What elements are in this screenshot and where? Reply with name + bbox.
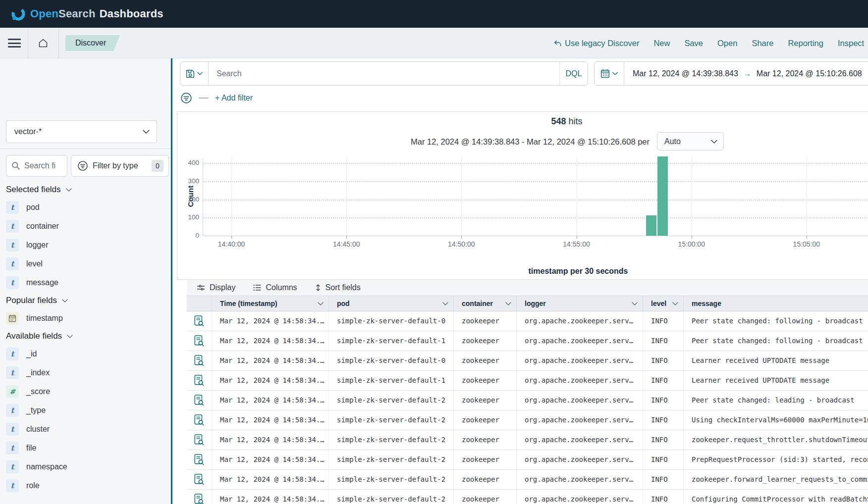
field-item-level[interactable]: tlevel (0, 254, 171, 273)
header-cell-message[interactable]: message (684, 296, 868, 311)
header-cell-time-timestamp[interactable]: Time (timestamp) (212, 296, 329, 311)
index-pattern-select[interactable]: vector-* (6, 120, 157, 143)
date-to[interactable]: Mar 12, 2024 @ 15:10:26.608 (757, 69, 862, 78)
field-item-namespace[interactable]: tnamespace (0, 457, 171, 476)
field-item-cluster[interactable]: tcluster (0, 420, 171, 439)
expand-row-button[interactable] (194, 414, 204, 426)
nav-link-reporting[interactable]: Reporting (788, 39, 823, 48)
cell-message: zookeeper.forward_learner_requests_to_co… (684, 470, 868, 489)
menu-icon[interactable] (8, 39, 21, 48)
histogram-bar[interactable] (657, 156, 668, 236)
home-icon[interactable] (37, 37, 50, 50)
column-label: pod (337, 300, 350, 307)
cell-message: Peer state changed: following - broadcas… (684, 331, 868, 351)
expand-row-button[interactable] (194, 454, 204, 466)
inspect-document-icon (194, 395, 204, 406)
cell-message: Learner received UPTODATE message (684, 351, 868, 370)
expand-row-button[interactable] (194, 375, 204, 387)
expand-cell (187, 470, 212, 489)
sliders-icon (197, 284, 205, 292)
cell-time: Mar 12, 2024 @ 14:58:34.… (212, 391, 329, 410)
field-item-score[interactable]: #_score (0, 382, 171, 401)
field-item-type[interactable]: t_type (0, 401, 171, 420)
cell-level: INFO (643, 331, 684, 351)
field-search-input[interactable] (24, 161, 67, 170)
x-tick-mark (461, 236, 462, 239)
divider (199, 98, 209, 99)
field-name: _score (26, 387, 50, 396)
date-range[interactable]: Mar 12, 2024 @ 14:39:38.843 → Mar 12, 20… (624, 62, 868, 85)
cell-pod: simple-zk-server-default-2 (329, 430, 454, 450)
field-item-id[interactable]: t_id (0, 345, 171, 363)
x-axis-line (203, 236, 868, 236)
nav-link-open[interactable]: Open (717, 39, 737, 48)
chevron-down-icon (197, 72, 203, 75)
chevron-down-icon (632, 302, 638, 305)
cell-container: zookeeper (454, 311, 517, 331)
field-item-file[interactable]: tfile (0, 439, 171, 457)
cell-container: zookeeper (454, 430, 517, 450)
field-type-string-badge: t (6, 276, 19, 289)
breadcrumb-discover[interactable]: Discover (65, 35, 120, 51)
field-item-logger[interactable]: tlogger (0, 236, 171, 254)
x-tick-mark (577, 236, 577, 239)
inspect-document-icon (194, 474, 204, 486)
divider (28, 28, 28, 58)
header-cell-container[interactable]: container (454, 296, 517, 311)
expand-row-button[interactable] (194, 494, 204, 504)
field-item-message[interactable]: tmessage (0, 273, 171, 292)
inspect-document-icon (194, 315, 204, 327)
search-input[interactable] (209, 62, 559, 85)
histogram-bar[interactable] (646, 215, 656, 236)
toolbar-columns-button[interactable]: Columns (253, 283, 297, 292)
app-title: OpenSearchDashboards (30, 7, 163, 20)
documents-table: Time (timestamp)podcontainerloggerlevelm… (187, 296, 868, 504)
field-item-container[interactable]: tcontainer (0, 217, 171, 236)
field-item-pod[interactable]: tpod (0, 198, 171, 217)
x-tick-label: 15:05:00 (784, 240, 829, 248)
expand-row-button[interactable] (194, 335, 204, 347)
table-row: Mar 12, 2024 @ 14:58:34.…simple-zk-serve… (187, 470, 868, 490)
expand-row-button[interactable] (194, 434, 204, 446)
nav-link-new[interactable]: New (653, 39, 670, 48)
expand-row-button[interactable] (194, 474, 204, 486)
nav-link-share[interactable]: Share (752, 39, 773, 48)
expand-row-button[interactable] (194, 355, 204, 367)
opensearch-logo-icon (11, 6, 26, 21)
cell-pod: simple-zk-server-default-0 (329, 351, 454, 370)
saved-query-button[interactable] (180, 62, 209, 85)
field-item-role[interactable]: trole (0, 476, 171, 495)
table-row: Mar 12, 2024 @ 14:58:34.…simple-zk-serve… (187, 391, 868, 410)
cell-level: INFO (643, 311, 684, 331)
inspect-document-icon (194, 494, 204, 504)
header-cell-level[interactable]: level (643, 296, 684, 311)
header-cell-pod[interactable]: pod (329, 296, 454, 311)
dql-language-button[interactable]: DQL (559, 62, 588, 85)
field-item-index[interactable]: t_index (0, 363, 171, 382)
nav-link-use-legacy-discover[interactable]: Use legacy Discover (554, 39, 639, 48)
toolbar-sort-fields-button[interactable]: Sort fields (315, 283, 361, 292)
cell-logger: org.apache.zookeeper.serv… (517, 430, 643, 450)
table-row: Mar 12, 2024 @ 14:58:34.…simple-zk-serve… (187, 371, 868, 391)
cell-time: Mar 12, 2024 @ 14:58:34.… (212, 430, 329, 450)
field-item-timestamp[interactable]: timestamp (0, 309, 171, 328)
section-header-selected-fields[interactable]: Selected fields (0, 181, 171, 198)
expand-row-button[interactable] (194, 315, 204, 327)
section-header-popular-fields[interactable]: Popular fields (0, 292, 171, 309)
sidebar-resize-handle[interactable] (171, 58, 172, 504)
section-header-available-fields[interactable]: Available fields (0, 328, 171, 345)
date-quick-select-button[interactable] (595, 62, 624, 85)
date-from[interactable]: Mar 12, 2024 @ 14:39:38.843 (633, 69, 738, 78)
filter-icon[interactable] (180, 92, 192, 104)
table-header-row: Time (timestamp)podcontainerloggerlevelm… (187, 296, 868, 311)
toolbar-display-button[interactable]: Display (197, 283, 235, 292)
inspect-document-icon (194, 434, 204, 446)
header-cell-logger[interactable]: logger (517, 296, 643, 311)
field-type-string-badge: t (6, 220, 19, 233)
nav-link-save[interactable]: Save (684, 39, 703, 48)
expand-row-button[interactable] (194, 395, 204, 406)
add-filter-button[interactable]: + Add filter (215, 94, 253, 102)
nav-bar: Discover Use legacy DiscoverNewSaveOpenS… (0, 28, 868, 58)
nav-link-inspect[interactable]: Inspect (838, 39, 864, 48)
filter-by-type-button[interactable]: Filter by type 0 (71, 155, 169, 177)
